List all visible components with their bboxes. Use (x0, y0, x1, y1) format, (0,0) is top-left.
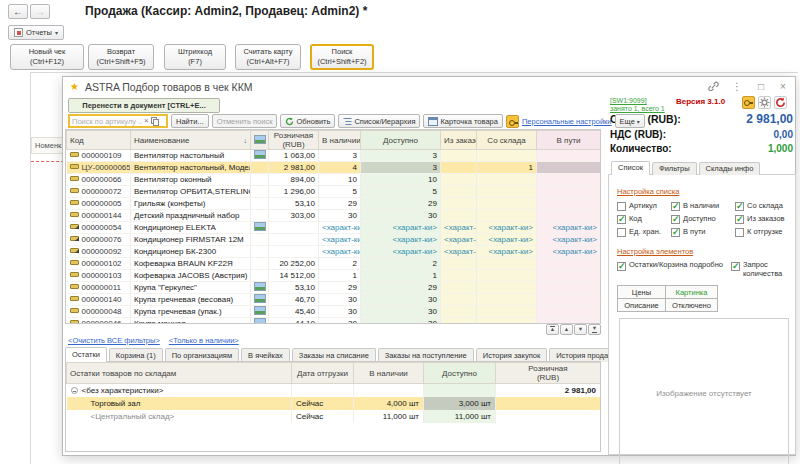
collapse-icon[interactable] (71, 387, 78, 394)
view-button-3[interactable]: Описание (617, 298, 666, 312)
col-header-warehouse[interactable]: Остатки товаров по складам (67, 363, 292, 384)
view-button-1[interactable]: Цены (617, 285, 666, 299)
product-row-6[interactable]: 000000144 Детский праздничный набор 303,… (67, 210, 601, 222)
find-button[interactable]: Найти... (171, 114, 209, 128)
product-row-11[interactable]: 000000103 Кофеварка JACOBS (Австрия) 14 … (67, 270, 601, 282)
list-settings-link[interactable]: Настройка списка (617, 187, 679, 196)
col-header-price[interactable]: Розничная(RUB) (269, 131, 319, 150)
quantity-label: Количество: (610, 143, 672, 154)
more-menu-icon[interactable]: ⋮ (728, 80, 746, 94)
advanced-search-icon[interactable] (151, 117, 159, 126)
col-header-from-orders[interactable]: Из заказов (441, 131, 477, 150)
reload-service-button[interactable] (774, 96, 787, 109)
bottom-tab-1[interactable]: Остатки (65, 347, 107, 362)
transfer-to-document-button[interactable]: Перенести в документ [CTRL+E... (68, 98, 220, 113)
toolbar-button-4[interactable]: Считать карту (Ctrl+Alt+F7) (235, 44, 301, 70)
favorite-star-icon[interactable]: ★ (70, 81, 79, 92)
product-row-8[interactable]: 000000076 Кондиционер FIRMSTAR 12M <хара… (67, 234, 601, 246)
image-thumbnail-icon (254, 150, 266, 159)
toolbar-button-2[interactable]: Возврат (Ctrl+Shift+F5) (88, 44, 154, 70)
bottom-tab-6[interactable]: Заказы на поступление (378, 348, 474, 362)
right-panel-tab-3[interactable]: Склады инфо (699, 162, 761, 175)
col-header-retail[interactable]: Розничная(RUB) (496, 363, 601, 384)
link-icon[interactable] (704, 80, 722, 94)
go-prev-button[interactable]: ▲ (560, 324, 573, 335)
product-row-10[interactable]: 000000102 Кофеварка BRAUN KF22Я 20 252,0… (67, 258, 601, 270)
right-panel-tab-1[interactable]: Список (611, 161, 650, 175)
product-row-1[interactable]: 000000109 Вентилятор настольный 1 063,00… (67, 150, 601, 162)
stock-row-1[interactable]: <без характеристики> 2 981,00 (67, 384, 601, 398)
list-hierarchy-button[interactable]: Список/Иерархия (338, 114, 420, 128)
refresh-button[interactable]: Обновить (280, 114, 335, 128)
product-row-3[interactable]: 000000066 Вентилятор оконный 894,00 10 1… (67, 174, 601, 186)
col-header-name[interactable]: Наименование ↓ (131, 131, 251, 150)
close-icon[interactable]: × (774, 80, 792, 94)
element-checkbox-1[interactable]: Остатки/Корзина подробно (617, 261, 723, 271)
element-checkbox-2[interactable]: Запрос количества (731, 261, 785, 278)
go-next-button[interactable]: ▼ (574, 324, 587, 335)
product-row-9[interactable]: 000000092 Кондиционер БК-2300 <характ-ки… (67, 246, 601, 258)
product-card-button[interactable]: Карточка товара (423, 114, 502, 128)
checkbox-6[interactable]: Из заказов (735, 214, 793, 227)
bottom-tab-3[interactable]: По организациям (165, 348, 239, 362)
forward-button[interactable]: → (30, 4, 50, 19)
bottom-tab-7[interactable]: История закупок (476, 348, 547, 362)
reports-button[interactable]: Отчеты ▾ (8, 25, 64, 40)
view-button-4[interactable]: Отключено (665, 298, 718, 312)
workstation-link[interactable]: [SW1:9099] (610, 97, 647, 104)
checkbox-3[interactable]: Со склада (735, 201, 793, 214)
col-header-available2[interactable]: Доступно (424, 363, 496, 384)
product-row-5[interactable]: 000000005 Грильяж (конфеты) 53,10 29 29 (67, 198, 601, 210)
personal-settings-link[interactable]: Персональные настройки (522, 117, 612, 126)
clear-search-icon[interactable]: × (144, 117, 149, 125)
checkbox-4[interactable]: Код (617, 214, 671, 227)
checkbox-1[interactable]: Артикул (617, 201, 671, 214)
col-header-stock[interactable]: В наличии (319, 131, 361, 150)
search-input[interactable] (72, 117, 142, 126)
checkbox-7[interactable]: Ед. хран. (617, 227, 671, 240)
bottom-tab-4[interactable]: В ячейках (241, 348, 290, 362)
cancel-search-button[interactable]: Отменить поиск (212, 114, 278, 128)
go-last-button[interactable]: ▼ (588, 324, 601, 335)
stock-row-3[interactable]: <Центральный склад> Сейчас 11,000 шт 11,… (67, 410, 601, 423)
stock-row-2[interactable]: Торговый зал Сейчас 4,000 шт 3,000 шт (67, 397, 601, 410)
product-row-15[interactable]: 000000046 Крупа манная 44,10 30 30 (67, 318, 601, 325)
checkbox-9[interactable]: К отгрузке (735, 227, 793, 240)
bottom-tab-2[interactable]: Корзина (1) (109, 348, 163, 362)
col-header-available[interactable]: Доступно (361, 131, 441, 150)
product-row-2[interactable]: ЦУ-00000065 Вентилятор настольный, Модел… (67, 162, 601, 174)
sessions-link[interactable]: занято 1, всего 1 (610, 105, 665, 112)
settings-gear-button[interactable] (758, 96, 771, 109)
checkbox-2[interactable]: В наличии (671, 201, 735, 214)
toolbar-button-1[interactable]: Новый чек (Ctrl+F12) (10, 44, 84, 70)
product-row-12[interactable]: 000000011 Крупа "Геркулес" 53,10 29 29 (67, 282, 601, 294)
col-header-from-warehouse[interactable]: Со склада (477, 131, 537, 150)
back-button[interactable]: ← (8, 4, 28, 19)
toolbar-button-5[interactable]: Поиск (Ctrl+Shift+F2) (310, 44, 374, 70)
col-header-picture[interactable] (251, 131, 269, 150)
checkbox-8[interactable]: В пути (671, 227, 735, 240)
product-row-4[interactable]: 000000072 Вентилятор ОРБИТА,STERLING,ЯП.… (67, 186, 601, 198)
view-button-2[interactable]: Картинка (665, 285, 718, 299)
product-row-13[interactable]: 000000140 Крупа гречневая (весовая) 46,7… (67, 294, 601, 306)
background-form-border-left (30, 72, 31, 464)
bottom-tab-5[interactable]: Заказы на списание (292, 348, 376, 362)
col-header-in-transit[interactable]: В пути (537, 131, 601, 150)
go-first-button[interactable]: ▲ (546, 324, 559, 335)
element-settings-link[interactable]: Настройка элементов (617, 247, 693, 256)
list-settings-checkboxes: Артикул В наличии Со склада Код Доступно… (617, 201, 787, 240)
clear-all-filters-link[interactable]: <Очистить ВСЕ фильтры> (68, 336, 160, 345)
only-in-stock-link[interactable]: <Только в наличии> (169, 336, 239, 345)
product-row-14[interactable]: 000000048 Крупа гречневая (упак.) 45,40 … (67, 306, 601, 318)
personal-settings-key-button[interactable] (742, 96, 755, 109)
checkbox-5[interactable]: Доступно (671, 214, 735, 227)
col-header-code[interactable]: Код (67, 131, 131, 150)
right-panel-tab-2[interactable]: Фильтры (652, 162, 697, 175)
right-panel: Настройка списка Артикул В наличии Со ск… (608, 174, 796, 455)
product-row-7[interactable]: 000000054 Кондиционер ELEKTA <характ-ки>… (67, 222, 601, 234)
maximize-icon[interactable]: □ (752, 80, 770, 94)
toolbar-button-3[interactable]: Штрихкод (F7) (164, 44, 226, 70)
more-button[interactable]: Еще ▾ (615, 114, 645, 128)
col-header-stock2[interactable]: В наличии (354, 363, 424, 384)
col-header-ship-date[interactable]: Дата отгрузки (292, 363, 354, 384)
